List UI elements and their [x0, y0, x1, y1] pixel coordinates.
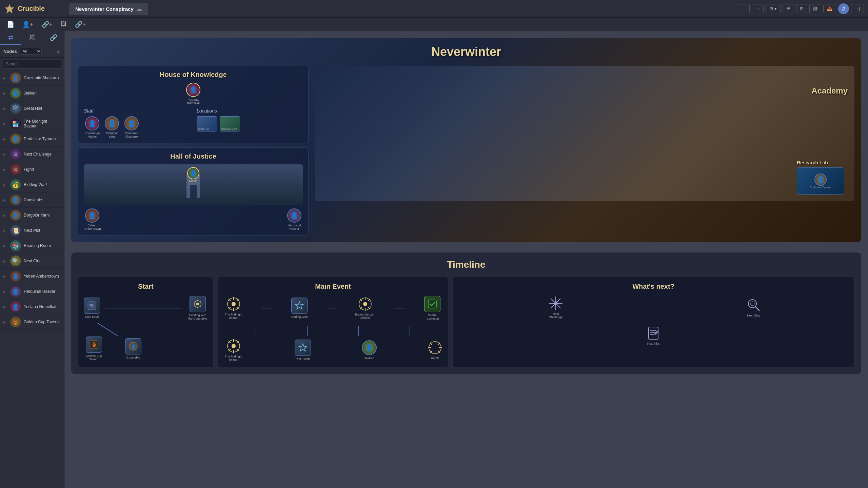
node-label: Constable	[126, 356, 140, 359]
timeline-start: Start 🍽 Nice Mea	[78, 277, 214, 367]
hoj-persons: 👤 Yelren Ambercrown 👤 Herquinal Haevar	[84, 205, 303, 230]
avatar: 👤	[814, 174, 827, 186]
tab-link[interactable]: 🔗	[43, 31, 64, 45]
node-icon	[291, 298, 308, 314]
svg-point-22	[232, 302, 236, 306]
svg-line-12	[195, 301, 196, 302]
svg-line-16	[97, 323, 118, 336]
timeline-row: The Midnight Bazaar Bidding War!	[223, 296, 442, 320]
search-input[interactable]	[3, 60, 61, 68]
list-item[interactable]: ▶ ⚔ Fight!	[0, 162, 64, 177]
list-item[interactable]: ▶ 👤 Yeslana Numelkal	[0, 299, 64, 314]
svg-line-14	[200, 301, 201, 302]
add-node-button[interactable]: 👤+	[20, 19, 36, 29]
avatar: 👤	[10, 73, 21, 83]
avatar: ⚔	[10, 149, 21, 160]
chevron-icon: ▶	[3, 229, 7, 232]
redo-button[interactable]: →	[752, 4, 764, 13]
grid-view-button[interactable]: ⊞ ▾	[766, 4, 781, 13]
check-icon	[428, 299, 437, 309]
map-section: Neverwinter House of Knowledge	[71, 38, 861, 242]
list-view-button[interactable]: ☰	[783, 4, 794, 13]
collapse-button[interactable]: →|	[851, 4, 864, 13]
timeline-title: Timeline	[78, 259, 854, 270]
list-item[interactable]: ▶ 👤 Crazumin Shavarro	[0, 70, 64, 86]
list-item[interactable]: ▶ 👤 Dorgolor Yarni	[0, 208, 64, 223]
timeline-node: 🏺 Golden Cup Tavern	[84, 337, 104, 361]
add-page-button[interactable]: 📄	[4, 19, 17, 29]
avatar: 💰	[10, 179, 21, 190]
house-of-knowledge-card[interactable]: House of Knowledge 👤 Yeslana Numelkal	[78, 66, 309, 143]
chevron-icon: ▶	[3, 107, 7, 110]
map-person: 👤 Herquinal Haevar	[286, 208, 303, 230]
add-ref-button[interactable]: 🔗+	[72, 19, 89, 29]
list-item[interactable]: ▶ 📜 Next Plot	[0, 223, 64, 238]
person-name: Crazumin Shavarro	[123, 131, 140, 138]
add-image-button2[interactable]: 🖼	[58, 19, 70, 29]
node-label: Plot Twist!	[296, 357, 310, 361]
timeline-node: 🍽 Nice Meal	[84, 298, 100, 319]
node-label: Reading Room	[24, 243, 51, 248]
chevron-icon: ▶	[3, 305, 7, 309]
active-tab[interactable]: Neverwinter Conspiracy ☁	[70, 3, 147, 15]
list-item[interactable]: ▶ 👤 Herquinal Haevar	[0, 284, 64, 299]
list-item[interactable]: ▶ 🏛 Great Hall	[0, 101, 64, 116]
chevron-icon: ▶	[3, 92, 7, 95]
sidebar: ⇄ 🖼 🔗 Nodes AllPeoplePlacesEvents ⊡ ▶ 👤 …	[0, 31, 64, 488]
node-label: Next Clue	[747, 314, 761, 317]
list-item[interactable]: ▶ 💰 Bidding War!	[0, 177, 64, 192]
timeline-node: The Midnight Bazaar	[223, 297, 244, 320]
chevron-icon: ▶	[3, 122, 7, 126]
topbar: Crucible Neverwinter Conspiracy ☁ ← → ⊞ …	[0, 0, 868, 18]
node-label: The Midnight Bazaar	[223, 313, 244, 320]
list-item[interactable]: ▶ 👤 Yelren Ambercrown	[0, 269, 64, 284]
starburst-icon3	[226, 339, 241, 353]
add-link-button[interactable]: 🔗+	[39, 19, 56, 29]
columns-view-button[interactable]: ⊟	[796, 4, 807, 13]
list-item[interactable]: ▶ 👤 Professor Tymron	[0, 131, 64, 147]
avatar: 👤	[85, 116, 99, 130]
node-label: Herquinal Haevar	[24, 289, 55, 294]
nodes-label: Nodes	[3, 49, 17, 54]
user-avatar-button[interactable]: J	[838, 3, 849, 14]
list-item[interactable]: ▶ 🏪 The Midnight Bazaar	[0, 116, 64, 131]
tab-share[interactable]: ⇄	[0, 31, 21, 45]
sidebar-tabs: ⇄ 🖼 🔗	[0, 31, 64, 45]
canvas-inner: Neverwinter House of Knowledge	[64, 31, 868, 388]
sun-icon	[193, 299, 202, 309]
timeline-node: Next Plot	[646, 326, 661, 345]
vertical-line	[307, 326, 308, 336]
tavern-icon: 🏺	[89, 340, 99, 349]
chevron-icon: ▶	[3, 76, 7, 80]
list-item[interactable]: ▶ ⚔ Next Challenge	[0, 147, 64, 162]
timeline-node: 👤 Jekken	[362, 340, 377, 360]
list-item[interactable]: ▶ 👤 Constable	[0, 192, 64, 208]
next-challenge-icon	[548, 296, 563, 311]
undo-button[interactable]: ←	[738, 4, 750, 13]
list-item[interactable]: ▶ 👤 Jekken	[0, 86, 64, 101]
image-view-button[interactable]: 🖼	[809, 4, 821, 13]
nodes-filter-select[interactable]: AllPeoplePlacesEvents	[20, 48, 42, 55]
main-label: Main Event	[223, 283, 442, 290]
starburst-icon	[226, 297, 241, 311]
tab-image[interactable]: 🖼	[21, 31, 43, 45]
avatar: 👤	[10, 195, 21, 205]
svg-point-7	[196, 303, 199, 305]
research-image: 👤 Professor Tymron	[797, 167, 844, 195]
filter-icon-button[interactable]: ⊡	[57, 48, 61, 54]
canvas[interactable]: Neverwinter House of Knowledge	[64, 31, 868, 488]
export-button[interactable]: 📤	[823, 4, 836, 13]
timeline-node: Bidding War!	[291, 298, 308, 319]
node-label: Next Clue	[24, 259, 42, 263]
chevron-icon: ▶	[3, 244, 7, 248]
list-item[interactable]: ▶ 📚 Reading Room	[0, 238, 64, 253]
node-label: Meeting with the Constable	[188, 313, 208, 320]
list-item[interactable]: ▶ 🏺 Golden Cup Tavern	[0, 314, 64, 330]
list-item[interactable]: ▶ 🔍 Next Clue	[0, 253, 64, 269]
vertical-line	[256, 326, 256, 336]
hall-of-justice-card[interactable]: Hall of Justice 👤	[78, 147, 309, 236]
location-thumb: Great Hall	[197, 116, 217, 131]
timeline-node: Fight!	[428, 340, 442, 360]
app-logo: Crucible	[4, 3, 67, 14]
map-left: House of Knowledge 👤 Yeslana Numelkal	[78, 66, 309, 236]
